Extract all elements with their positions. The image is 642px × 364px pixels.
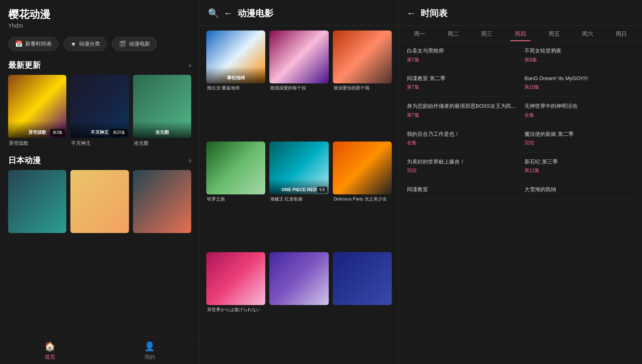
middle-header: 🔍 ← 动漫电影 bbox=[200, 0, 398, 26]
anime-card-jp-2[interactable] bbox=[133, 170, 191, 233]
movie-img-7 bbox=[269, 252, 328, 305]
latest-section-arrow[interactable]: › bbox=[189, 61, 191, 70]
anime-card-img-不灭神王: 不灭神王 第20集 bbox=[70, 75, 129, 138]
schedule-item-left-4[interactable]: 为美好的世界献上爆炎！ 完结 bbox=[407, 158, 516, 174]
left-panel: 樱花动漫 Yhdm 📅 新番时间表 ▼ 动漫分类 🎬 动漫电影 最新更新 › bbox=[0, 0, 199, 364]
schedule-title-left-3: 我的百合乃工作是也！ bbox=[407, 131, 516, 138]
movie-label-8 bbox=[333, 307, 392, 319]
anime-card-沧元图[interactable]: 沧元图 沧元图 bbox=[133, 75, 191, 147]
movie-card-3[interactable]: 铃芽之旅 bbox=[206, 142, 265, 248]
calendar-icon: 📅 bbox=[15, 40, 23, 48]
schedule-title: 时间表 bbox=[421, 7, 448, 20]
anime-movie-button[interactable]: 🎬 动漫电影 bbox=[112, 37, 157, 51]
schedule-title-left-2: 身为悲剧始作俑者的最强邪恶BOSS女王为民... bbox=[407, 102, 516, 110]
app-title-en: Yhdm bbox=[8, 22, 50, 29]
schedule-title-left-5: 间谍教室 bbox=[407, 186, 516, 193]
schedule-item-left-5[interactable]: 间谍教室 bbox=[407, 186, 516, 193]
schedule-item-right-2[interactable]: 无神世界中的神明活动 全集 bbox=[524, 102, 634, 118]
schedule-ep-left-0: 第7集 bbox=[407, 57, 516, 63]
schedule-title-right-2: 无神世界中的神明活动 bbox=[524, 102, 634, 110]
movie-card-1[interactable]: 致我深爱的每个你 bbox=[269, 31, 328, 137]
day-tab-thu[interactable]: 周四 bbox=[504, 26, 537, 41]
anime-card-img-jp-2 bbox=[133, 170, 191, 233]
home-icon: 🏠 bbox=[44, 341, 55, 352]
movie-card-5[interactable]: Delicious Party 光之美少女 bbox=[333, 142, 392, 248]
anime-card-label-0: 异空战歌 bbox=[8, 140, 66, 147]
schedule-ep-right-1: 第10集 bbox=[524, 84, 634, 91]
schedule-item-left-2[interactable]: 身为悲剧始作俑者的最强邪恶BOSS女王为民... 第7集 bbox=[407, 102, 516, 118]
app-layout: 樱花动漫 Yhdm 📅 新番时间表 ▼ 动漫分类 🎬 动漫电影 最新更新 › bbox=[0, 0, 642, 364]
anime-card-不灭神王[interactable]: 不灭神王 第20集 不灭神王 bbox=[70, 75, 129, 147]
schedule-title-left-1: 间谍教室 第二季 bbox=[407, 75, 516, 82]
schedule-item-right-3[interactable]: 魔法使的新娘 第二季 完结 bbox=[524, 131, 634, 146]
schedule-row-3: 我的百合乃工作是也！ 全集 魔法使的新娘 第二季 完结 bbox=[403, 125, 638, 153]
movie-img-6 bbox=[206, 252, 265, 305]
day-tab-sat[interactable]: 周六 bbox=[571, 26, 605, 41]
japan-section-title: 日本动漫 bbox=[8, 155, 41, 166]
anime-card-jp-1[interactable] bbox=[70, 170, 129, 233]
japan-section-arrow[interactable]: › bbox=[189, 156, 191, 165]
nav-profile-label: 我的 bbox=[144, 353, 155, 361]
movie-label-7 bbox=[269, 307, 328, 319]
schedule-item-right-0[interactable]: 不死女轮堂鸦夜 bbox=[524, 47, 634, 54]
day-tab-sun[interactable]: 周日 bbox=[604, 26, 638, 41]
day-tabs: 周一 周二 周三 周四 周五 周六 周日 bbox=[399, 26, 642, 41]
anime-card-异空战歌[interactable]: 异空战歌 第3集 异空战歌 bbox=[8, 75, 66, 147]
latest-section-title: 最新更新 bbox=[8, 60, 41, 71]
movie-label-1: 致我深爱的每个你 bbox=[269, 85, 328, 97]
day-tab-mon[interactable]: 周一 bbox=[403, 26, 437, 41]
schedule-item-left-0[interactable]: 白圣女与黑牧师 bbox=[407, 47, 516, 54]
schedule-back-icon[interactable]: ← bbox=[407, 8, 416, 19]
schedule-item-right-1[interactable]: BanG Dream! Its MyGO!!!!! 第10集 bbox=[524, 75, 634, 91]
schedule-ep-left-0-text: 第7集 bbox=[407, 57, 516, 63]
schedule-row-1: 间谍教室 第二季 第7集 BanG Dream! Its MyGO!!!!! 第… bbox=[403, 69, 638, 97]
bottom-nav: 🏠 首页 👤 我的 bbox=[0, 336, 199, 364]
nav-profile[interactable]: 👤 我的 bbox=[100, 336, 199, 364]
schedule-item-left-1[interactable]: 间谍教室 第二季 第7集 bbox=[407, 75, 516, 91]
schedule-row-5: 间谍教室 大雪海的凯纳 bbox=[403, 180, 638, 199]
day-tab-wed[interactable]: 周三 bbox=[470, 26, 504, 41]
movie-img-8 bbox=[333, 252, 392, 305]
schedule-item-right-5[interactable]: 大雪海的凯纳 bbox=[524, 186, 634, 193]
day-tab-fri[interactable]: 周五 bbox=[537, 26, 571, 41]
schedule-ep-right-3: 完结 bbox=[524, 139, 634, 146]
schedule-item-left-3[interactable]: 我的百合乃工作是也！ 全集 bbox=[407, 131, 516, 146]
movie-card-0[interactable]: 事犯地球 熊出没·重返地球 bbox=[206, 31, 265, 137]
schedule-title-right-5: 大雪海的凯纳 bbox=[524, 186, 634, 193]
anime-card-jp-0[interactable] bbox=[8, 170, 66, 233]
schedule-title-left-4: 为美好的世界献上爆炎！ bbox=[407, 158, 516, 166]
score-badge-4: 9.6 bbox=[317, 187, 327, 193]
anime-category-button[interactable]: ▼ 动漫分类 bbox=[63, 37, 107, 51]
movie-card-2[interactable]: 致深爱你的那个我 bbox=[333, 31, 392, 137]
day-tab-tue[interactable]: 周二 bbox=[437, 26, 470, 41]
anime-card-img-沧元图: 沧元图 bbox=[133, 75, 191, 138]
movie-label-6: 异世界からは逃げられない bbox=[206, 307, 265, 319]
anime-card-label-1: 不灭神王 bbox=[70, 140, 129, 147]
anime-card-img-jp-0 bbox=[8, 170, 66, 233]
schedule-list: 白圣女与黑牧师 不死女轮堂鸦夜 第7集 第8集 间谍教室 第二季 第7集 bbox=[399, 41, 642, 364]
profile-icon: 👤 bbox=[144, 341, 155, 352]
schedule-ep-left-2: 第7集 bbox=[407, 112, 516, 119]
movie-card-4[interactable]: ONE PIECE RED 9.6 海贼王 红发歌姬 bbox=[269, 142, 328, 248]
movie-card-6[interactable]: 异世界からは逃げられない bbox=[206, 252, 265, 359]
nav-home[interactable]: 🏠 首页 bbox=[0, 336, 100, 364]
latest-card-row: 异空战歌 第3集 异空战歌 不灭神王 第20集 不灭神王 沧元图 沧元图 bbox=[0, 75, 199, 152]
schedule-title-left-0: 白圣女与黑牧师 bbox=[407, 47, 516, 54]
film-icon: 🎬 bbox=[119, 40, 127, 48]
schedule-row-ep0: 第7集 第8集 bbox=[403, 57, 638, 69]
schedule-ep-right-4: 第11集 bbox=[524, 167, 634, 174]
schedule-row-4: 为美好的世界献上爆炎！ 完结 新石纪 第三季 第11集 bbox=[403, 153, 638, 180]
app-logo: 樱花动漫 Yhdm bbox=[8, 7, 50, 29]
search-icon[interactable]: 🔍 bbox=[208, 8, 219, 19]
left-header: 樱花动漫 Yhdm bbox=[0, 0, 199, 33]
movie-card-7[interactable] bbox=[269, 252, 328, 359]
movie-label-4: 海贼王 红发歌姬 bbox=[269, 196, 328, 208]
movie-label-3: 铃芽之旅 bbox=[206, 196, 265, 208]
schedule-ep-left-1: 第7集 bbox=[407, 84, 516, 91]
schedule-item-right-4[interactable]: 新石纪 第三季 第11集 bbox=[524, 158, 634, 174]
left-toolbar: 📅 新番时间表 ▼ 动漫分类 🎬 动漫电影 bbox=[0, 33, 199, 57]
back-icon[interactable]: ← bbox=[224, 8, 233, 19]
movie-card-8[interactable] bbox=[333, 252, 392, 359]
schedule-title-right-0: 不死女轮堂鸦夜 bbox=[524, 47, 634, 54]
new-schedule-button[interactable]: 📅 新番时间表 bbox=[8, 37, 59, 51]
